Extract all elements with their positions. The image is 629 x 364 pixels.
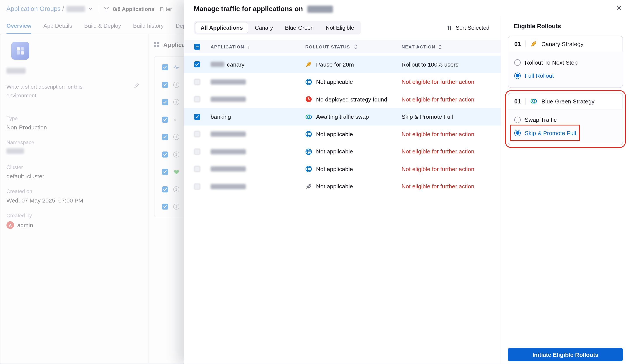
- tab-canary[interactable]: Canary: [249, 22, 279, 33]
- blurred-application-name: [211, 149, 246, 154]
- globe-icon: [305, 131, 312, 137]
- sort-selected-label: Sort Selected: [456, 24, 489, 31]
- application-row[interactable]: Not applicableNot eligible for further a…: [184, 160, 501, 178]
- globe-icon: [305, 148, 312, 155]
- tab-not-eligible[interactable]: Not Eligible: [320, 22, 360, 33]
- row-checkbox[interactable]: [194, 131, 200, 137]
- blurred-application-name: [211, 132, 246, 137]
- application-name: -canary: [211, 61, 305, 68]
- next-action: Rollout to 100% users: [402, 61, 501, 68]
- rollout-status-text: Not applicable: [316, 166, 353, 172]
- application-row[interactable]: Not applicableNot eligible for further a…: [184, 178, 501, 195]
- rollout-option[interactable]: Full Rollout: [514, 69, 554, 82]
- rollout-status: Not applicable: [305, 166, 402, 172]
- rollout-status-text: No deployed strategy found: [316, 96, 387, 102]
- application-name: [211, 149, 305, 154]
- next-action: Skip & Promote Full: [402, 113, 501, 120]
- globe-icon: [305, 166, 312, 172]
- rollout-status-text: Awaiting traffic swap: [316, 113, 369, 120]
- next-action: Not eligible for further action: [402, 148, 501, 155]
- radio-button[interactable]: [514, 73, 521, 79]
- strategy-card: 01Canary StrategyRollout To Next StepFul…: [508, 36, 623, 88]
- checkbox-cell: [194, 183, 211, 190]
- rollout-status-text: Not applicable: [316, 183, 353, 190]
- rocket-off-icon: [305, 183, 312, 190]
- select-all-checkbox[interactable]: [194, 44, 200, 50]
- application-row[interactable]: Not applicableNot eligible for further a…: [184, 73, 501, 91]
- application-name: [211, 79, 305, 85]
- rollout-option[interactable]: Rollout To Next Step: [514, 56, 578, 69]
- application-name: [211, 132, 305, 137]
- checkbox-cell: [194, 114, 211, 120]
- checkbox-cell: [194, 166, 211, 172]
- blurred-application-name: [211, 167, 246, 172]
- column-next-action[interactable]: NEXT ACTION: [402, 44, 436, 49]
- row-checkbox[interactable]: [194, 114, 200, 120]
- row-checkbox[interactable]: [194, 79, 200, 85]
- rollout-option[interactable]: Swap Traffic: [514, 113, 557, 126]
- modal-header: Manage traffic for applications on ×: [184, 0, 629, 16]
- blurred-application-name: [211, 97, 246, 102]
- checkbox-cell: [194, 149, 211, 155]
- row-checkbox[interactable]: [194, 96, 200, 102]
- checkbox-cell: [194, 61, 211, 67]
- blurred-name-prefix: [211, 62, 224, 67]
- screen: Application Groups / 8/8 Applications Fi…: [0, 0, 629, 364]
- rollout-status: Not applicable: [305, 131, 402, 137]
- sort-toggle-icon[interactable]: [354, 44, 358, 50]
- sort-asc-icon: ↑: [247, 44, 250, 50]
- option-label: Skip & Promote Full: [525, 130, 576, 136]
- option-label: Swap Traffic: [525, 116, 557, 123]
- application-row[interactable]: -canaryPause for 20mRollout to 100% user…: [184, 56, 501, 73]
- tab-all-applications[interactable]: All Applications: [195, 22, 249, 33]
- option-label: Full Rollout: [525, 73, 554, 79]
- row-checkbox[interactable]: [194, 166, 200, 172]
- application-name: [211, 184, 305, 189]
- close-icon[interactable]: ×: [617, 4, 622, 12]
- rollout-status-text: Pause for 20m: [316, 61, 354, 68]
- next-action: Not eligible for further action: [402, 79, 501, 85]
- manage-traffic-modal: Manage traffic for applications on × All…: [184, 0, 629, 364]
- rollout-status: Not applicable: [305, 183, 402, 190]
- sort-toggle-icon[interactable]: [438, 44, 442, 50]
- modal-toolbar: All Applications Canary Blue-Green Not E…: [184, 20, 501, 35]
- sort-selected-button[interactable]: Sort Selected: [447, 24, 489, 31]
- rollout-status: Not applicable: [305, 148, 402, 155]
- strategy-options: Rollout To Next StepFull Rollout: [508, 52, 623, 88]
- rollout-status: Not applicable: [305, 79, 402, 85]
- divider: [525, 41, 526, 47]
- bluegreen-icon: [530, 98, 537, 104]
- rollout-status: Pause for 20m: [305, 61, 402, 68]
- strategy-index: 01: [514, 98, 521, 104]
- application-row[interactable]: Not applicableNot eligible for further a…: [184, 125, 501, 143]
- row-checkbox[interactable]: [194, 149, 200, 155]
- option-label: Rollout To Next Step: [525, 59, 578, 66]
- next-action: Not eligible for further action: [402, 131, 501, 137]
- application-name: [211, 167, 305, 172]
- radio-button[interactable]: [514, 59, 521, 66]
- rollout-status: No deployed strategy found: [305, 96, 402, 102]
- blurred-app-group-name: [307, 6, 333, 13]
- radio-button[interactable]: [514, 130, 521, 136]
- globe-icon: [305, 79, 312, 85]
- applications-table-body: -canaryPause for 20mRollout to 100% user…: [184, 56, 501, 195]
- tab-blue-green[interactable]: Blue-Green: [279, 22, 319, 33]
- modal-title: Manage traffic for applications on: [194, 5, 303, 13]
- row-checkbox[interactable]: [194, 61, 200, 67]
- strategy-cards: 01Canary StrategyRollout To Next StepFul…: [508, 36, 623, 145]
- application-name-text: -canary: [225, 61, 244, 68]
- rollout-option[interactable]: Skip & Promote Full: [512, 126, 579, 140]
- column-application[interactable]: APPLICATION: [211, 44, 244, 49]
- initiate-eligible-rollouts-button[interactable]: Initiate Eligible Rollouts: [508, 348, 623, 361]
- application-row[interactable]: Not applicableNot eligible for further a…: [184, 143, 501, 160]
- application-row[interactable]: bankingAwaiting traffic swapSkip & Promo…: [184, 108, 501, 125]
- column-rollout-status[interactable]: ROLLOUT STATUS: [305, 44, 350, 49]
- rollout-status-text: Not applicable: [316, 131, 353, 137]
- radio-button[interactable]: [514, 116, 521, 123]
- strategy-card: 01Blue-Green StrategySwap TrafficSkip & …: [508, 93, 623, 145]
- row-checkbox[interactable]: [194, 183, 200, 190]
- blurred-application-name: [211, 184, 246, 189]
- next-action: Not eligible for further action: [402, 96, 501, 102]
- rollout-status-text: Not applicable: [316, 79, 353, 85]
- application-row[interactable]: No deployed strategy foundNot eligible f…: [184, 91, 501, 108]
